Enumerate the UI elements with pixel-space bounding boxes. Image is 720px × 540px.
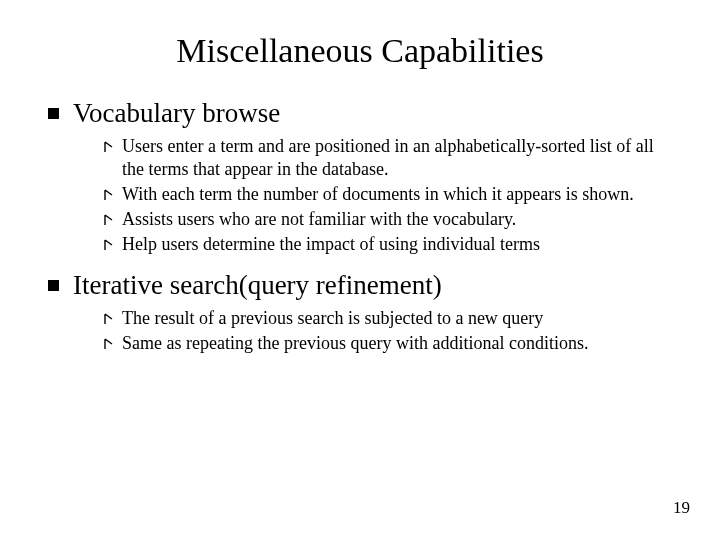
- arrow-bullet-icon: [102, 135, 116, 156]
- list-item: Help users determine the impact of using…: [102, 233, 672, 256]
- list-item: With each term the number of documents i…: [102, 183, 672, 206]
- section-title: Vocabulary browse: [73, 98, 280, 129]
- section-header: Vocabulary browse: [48, 98, 672, 129]
- list-item: Users enter a term and are positioned in…: [102, 135, 672, 181]
- arrow-bullet-icon: [102, 332, 116, 353]
- square-bullet-icon: [48, 108, 59, 119]
- slide-title: Miscellaneous Capabilities: [48, 32, 672, 70]
- section-title: Iterative search(query refinement): [73, 270, 442, 301]
- arrow-bullet-icon: [102, 183, 116, 204]
- arrow-bullet-icon: [102, 307, 116, 328]
- section-vocabulary-browse: Vocabulary browse Users enter a term and…: [48, 98, 672, 256]
- arrow-bullet-icon: [102, 233, 116, 254]
- page-number: 19: [673, 498, 690, 518]
- list-item: Same as repeating the previous query wit…: [102, 332, 672, 355]
- list-item-text: Assists users who are not familiar with …: [122, 208, 516, 231]
- section-iterative-search: Iterative search(query refinement) The r…: [48, 270, 672, 355]
- list-item: Assists users who are not familiar with …: [102, 208, 672, 231]
- sub-item-list: The result of a previous search is subje…: [48, 307, 672, 355]
- list-item-text: Help users determine the impact of using…: [122, 233, 540, 256]
- list-item-text: Users enter a term and are positioned in…: [122, 135, 672, 181]
- section-header: Iterative search(query refinement): [48, 270, 672, 301]
- slide: Miscellaneous Capabilities Vocabulary br…: [0, 0, 720, 540]
- list-item-text: Same as repeating the previous query wit…: [122, 332, 588, 355]
- sub-item-list: Users enter a term and are positioned in…: [48, 135, 672, 256]
- square-bullet-icon: [48, 280, 59, 291]
- arrow-bullet-icon: [102, 208, 116, 229]
- list-item: The result of a previous search is subje…: [102, 307, 672, 330]
- list-item-text: The result of a previous search is subje…: [122, 307, 543, 330]
- list-item-text: With each term the number of documents i…: [122, 183, 634, 206]
